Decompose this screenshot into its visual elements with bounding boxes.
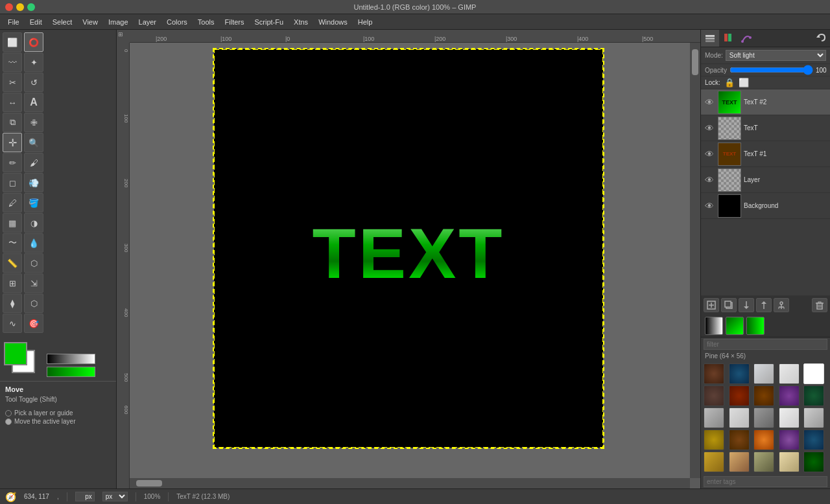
- layer-eye-background[interactable]: 👁: [704, 200, 715, 212]
- brush-cell-20[interactable]: [803, 430, 824, 450]
- layer-item-text2[interactable]: 👁 TEXT TexT #2: [701, 89, 830, 115]
- brush-cell-17[interactable]: [729, 430, 750, 450]
- brush-cell-4[interactable]: [779, 363, 800, 384]
- statusbar-unit-select[interactable]: px % mm: [102, 492, 128, 501]
- tool-flip[interactable]: ↔: [3, 93, 22, 112]
- menu-xtns[interactable]: Xtns: [289, 17, 313, 27]
- tool-blend[interactable]: ▦: [3, 213, 22, 233]
- brush-swatch-bw[interactable]: [705, 317, 723, 335]
- brush-swatch-green[interactable]: [726, 317, 744, 335]
- brush-cell-23[interactable]: [753, 452, 774, 472]
- brush-filter-input[interactable]: [704, 339, 827, 350]
- duplicate-layer-button[interactable]: [721, 298, 737, 312]
- pick-layer-option[interactable]: Pick a layer or guide: [5, 409, 111, 417]
- brush-swatch-grad[interactable]: [746, 317, 765, 335]
- brush-cell-10[interactable]: [803, 385, 824, 406]
- tab-channels[interactable]: [719, 30, 737, 47]
- layer-eye-layer[interactable]: 👁: [704, 174, 715, 186]
- brush-cell-25[interactable]: [803, 452, 824, 472]
- maximize-button[interactable]: [27, 3, 35, 11]
- tags-input[interactable]: [704, 476, 827, 487]
- tool-crop[interactable]: ✂: [3, 73, 22, 92]
- brush-cell-14[interactable]: [779, 407, 800, 428]
- menu-layer[interactable]: Layer: [134, 17, 162, 27]
- minimize-button[interactable]: [16, 3, 24, 11]
- brush-cell-11[interactable]: [704, 407, 724, 428]
- tool-dodge-burn[interactable]: ◑: [24, 213, 43, 233]
- tab-layers[interactable]: [701, 30, 719, 47]
- tool-fuzzy-select[interactable]: ✦: [24, 52, 43, 72]
- menu-image[interactable]: Image: [103, 17, 134, 27]
- brush-cell-22[interactable]: [729, 452, 750, 472]
- h-scroll-thumb[interactable]: [136, 480, 162, 487]
- tool-foreground-select[interactable]: 🎯: [24, 314, 43, 333]
- gradient-bar[interactable]: [47, 354, 95, 364]
- tool-free-select[interactable]: ∿: [3, 314, 22, 333]
- menu-help[interactable]: Help: [353, 17, 378, 27]
- delete-layer-button[interactable]: [812, 298, 827, 312]
- tool-scale[interactable]: ⇲: [24, 273, 43, 293]
- pick-layer-radio[interactable]: [5, 410, 12, 417]
- statusbar-unit-input[interactable]: [75, 492, 95, 501]
- tool-perspective[interactable]: ⬡: [24, 293, 43, 313]
- layer-item-background[interactable]: 👁 Background: [701, 193, 830, 219]
- brush-cell-6[interactable]: [704, 385, 724, 406]
- tool-measure[interactable]: 📏: [3, 253, 22, 273]
- menu-file[interactable]: File: [3, 17, 25, 27]
- menu-scriptfu[interactable]: Script-Fu: [249, 17, 289, 27]
- new-layer-button[interactable]: [704, 298, 719, 312]
- brush-cell-24[interactable]: [779, 452, 800, 472]
- brush-cell-13[interactable]: [753, 407, 774, 428]
- close-button[interactable]: [5, 3, 13, 11]
- tab-paths[interactable]: [737, 30, 755, 47]
- brush-cell-12[interactable]: [729, 407, 750, 428]
- layer-eye-text2[interactable]: 👁: [704, 97, 715, 108]
- anchor-layer-button[interactable]: [774, 298, 789, 312]
- brush-cell-19[interactable]: [779, 430, 800, 450]
- tool-paintbrush[interactable]: 🖌: [24, 153, 43, 172]
- menu-select[interactable]: Select: [47, 17, 78, 27]
- brush-cell-7[interactable]: [729, 385, 750, 406]
- gradient-bar2[interactable]: [47, 367, 95, 377]
- layer-eye-text1[interactable]: 👁: [704, 148, 715, 160]
- menu-tools[interactable]: Tools: [193, 17, 220, 27]
- tool-smudge[interactable]: 〜: [3, 233, 22, 253]
- tool-ellipse-select[interactable]: ⭕: [24, 32, 43, 52]
- tool-clone[interactable]: ⧉: [3, 113, 22, 132]
- v-scroll-thumb[interactable]: [692, 49, 698, 75]
- mode-select[interactable]: Soft light: [726, 50, 826, 61]
- brush-cell-8[interactable]: [753, 385, 774, 406]
- vertical-scrollbar[interactable]: [690, 43, 700, 478]
- move-layer-up-button[interactable]: [756, 298, 772, 312]
- tab-undo[interactable]: [812, 30, 830, 47]
- tool-ink[interactable]: 🖊: [3, 193, 22, 212]
- tool-heal[interactable]: ✙: [24, 113, 43, 132]
- brush-cell-16[interactable]: [704, 430, 724, 450]
- tool-lasso[interactable]: 〰: [3, 52, 22, 72]
- move-layer-radio[interactable]: [5, 418, 12, 425]
- menu-filters[interactable]: Filters: [220, 17, 250, 27]
- canvas-area[interactable]: ⊞ |200 |100 |0 |100 |200 |300 |400 |500 …: [117, 30, 700, 488]
- menu-edit[interactable]: Edit: [25, 17, 47, 27]
- canvas-viewport[interactable]: TEXT: [130, 43, 690, 478]
- lock-pixels-icon[interactable]: 🔒: [724, 78, 735, 87]
- tool-align[interactable]: ⊞: [3, 273, 22, 293]
- lock-alpha-icon[interactable]: ⬜: [739, 78, 749, 87]
- tool-bucket-fill[interactable]: 🪣: [24, 193, 43, 212]
- tool-pencil[interactable]: ✏: [3, 153, 22, 172]
- brush-cell-5[interactable]: [803, 363, 824, 384]
- tool-airbrush[interactable]: 💨: [24, 173, 43, 192]
- layer-eye-text[interactable]: 👁: [704, 122, 715, 134]
- brush-cell-9[interactable]: [779, 385, 800, 406]
- tool-path[interactable]: ⬡: [24, 253, 43, 273]
- move-layer-option[interactable]: Move the active layer: [5, 418, 111, 425]
- menu-colors[interactable]: Colors: [161, 17, 193, 27]
- brush-cell-21[interactable]: [704, 452, 724, 472]
- menu-view[interactable]: View: [77, 17, 103, 27]
- layer-item-text[interactable]: 👁 TexT: [701, 115, 830, 141]
- brush-cell-18[interactable]: [753, 430, 774, 450]
- statusbar-nav-icon[interactable]: 🧭: [5, 492, 16, 502]
- opacity-slider[interactable]: [729, 65, 813, 74]
- tool-zoom[interactable]: 🔍: [24, 133, 43, 152]
- tool-transform[interactable]: ↺: [24, 73, 43, 92]
